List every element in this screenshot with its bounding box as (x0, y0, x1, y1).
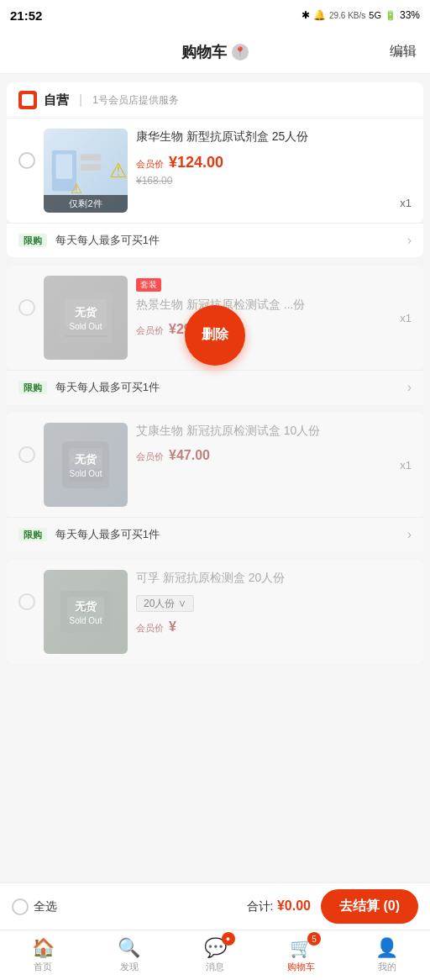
original-price-1: ¥168.00 (136, 175, 412, 187)
item-tag-2: 套装 (136, 278, 161, 292)
section-header: 自营 | 1号会员店提供服务 (7, 82, 423, 119)
cart-item-1: ⚠ 仅剩2件 康华生物 新型抗原试剂盒 25人份 会员价 ¥124.00 ¥16… (7, 119, 423, 223)
item-checkbox-1[interactable] (18, 152, 35, 169)
total-area: 合计: ¥0.00 (57, 898, 311, 914)
message-badge-wrap: 💬 ● (204, 937, 227, 959)
cart-item-4: 可孚 无货 Sold Out 可孚 新冠抗原检测盒 20人份 20人份 ∨ (7, 560, 423, 664)
select-all-checkbox[interactable] (12, 898, 29, 915)
nav-item-cart[interactable]: 🛒 5 购物车 (258, 930, 343, 980)
cart-badge-wrap: 🛒 5 (290, 937, 312, 959)
item-details-2: 套装 热景生物 新冠抗原检测试盒 ...份 会员价 ¥29.88 (136, 276, 412, 337)
limit-arrow-2[interactable]: › (407, 380, 412, 395)
item-name-2: 热景生物 新冠抗原检测试盒 ...份 (136, 297, 412, 313)
purchase-limit-3[interactable]: 限购 每天每人最多可买1件 › (7, 517, 423, 551)
discover-icon: 🔍 (118, 937, 140, 959)
limit-text-3: 限购 每天每人最多可买1件 (18, 527, 160, 542)
limit-tag-2: 限购 (18, 381, 47, 394)
item-name-1: 康华生物 新型抗原试剂盒 25人份 (136, 129, 412, 145)
edit-button[interactable]: 编辑 (390, 43, 417, 61)
message-badge: ● (222, 932, 235, 946)
item-checkbox-2[interactable] (18, 299, 35, 316)
sold-out-overlay-2: 无货 Sold Out (44, 276, 128, 360)
checkout-bar: 全选 合计: ¥0.00 去结算 (0) (0, 883, 430, 930)
item-price-row-1: 会员价 ¥124.00 (136, 154, 412, 171)
limit-desc-1: 每天每人最多可买1件 (55, 234, 160, 246)
nav-label-messages: 消息 (206, 961, 224, 973)
item-qty-3: x1 (400, 459, 412, 472)
cart-section-item3: AIKANG 无货 Sold Out 艾康生物 新冠抗原检测试盒 10人份 会员… (7, 413, 423, 517)
sold-out-en-3: Sold Out (70, 469, 102, 478)
status-time: 21:52 (10, 8, 42, 23)
item-2-wrapper: 无货 Sold Out 套装 热景生物 新冠抗原检测试盒 ...份 会员价 ¥2… (0, 266, 430, 404)
brand-icon (18, 91, 37, 109)
item-variant-4[interactable]: 20人份 ∨ (136, 595, 194, 612)
item-details-4: 可孚 新冠抗原检测盒 20人份 20人份 ∨ 会员价 ¥ (136, 570, 412, 635)
limit-desc-2: 每天每人最多可买1件 (55, 381, 160, 393)
profile-icon: 👤 (375, 937, 398, 959)
nav-label-cart: 购物车 (287, 961, 315, 973)
member-label-1: 会员价 (136, 158, 164, 171)
svg-rect-2 (81, 155, 101, 161)
svg-text:⚠: ⚠ (71, 182, 82, 196)
limit-arrow-1[interactable]: › (407, 233, 412, 248)
purchase-limit-2[interactable]: 限购 每天每人最多可买1件 › (7, 370, 423, 404)
item-image-wrap-1: ⚠ 仅剩2件 (44, 129, 128, 213)
limit-text-1: 限购 每天每人最多可买1件 (18, 233, 160, 248)
bluetooth-icon: ✱ (302, 9, 310, 21)
sold-out-zh-2: 无货 (75, 305, 97, 320)
location-icon[interactable]: 📍 (232, 44, 249, 61)
sold-out-zh-3: 无货 (75, 452, 97, 467)
member-label-3: 会员价 (136, 450, 164, 463)
nav-label-home: 首页 (34, 961, 52, 973)
product-svg-1: ⚠ (44, 137, 109, 204)
member-price-3: ¥47.00 (169, 448, 210, 463)
bottom-nav: 🏠 首页 🔍 发现 💬 ● 消息 🛒 5 购物车 👤 我的 (0, 930, 430, 980)
cart-item-3: AIKANG 无货 Sold Out 艾康生物 新冠抗原检测试盒 10人份 会员… (7, 413, 423, 517)
page-header: 购物车 📍 编辑 (0, 30, 430, 74)
delete-button[interactable]: 删除 (185, 305, 245, 366)
main-content: 自营 | 1号会员店提供服务 ⚠ (0, 74, 430, 773)
battery-level: 33% (400, 9, 420, 21)
status-right: ✱ 🔔 29.6 KB/s 5G 🔋 33% (302, 9, 420, 21)
item-price-row-2: 会员价 ¥29.88 (136, 322, 412, 337)
sold-out-overlay-3: 无货 Sold Out (44, 423, 128, 507)
header-title-area: 购物车 📍 (181, 42, 249, 62)
limit-desc-3: 每天每人最多可买1件 (55, 528, 160, 540)
section-brand-name: 自营 (44, 92, 69, 108)
cart-section-inner: 自营 | 1号会员店提供服务 ⚠ (7, 82, 423, 223)
brand-icon-inner (22, 94, 34, 106)
item-price-row-4: 会员价 ¥ (136, 619, 412, 635)
total-label: 合计: (247, 899, 274, 913)
nav-item-messages[interactable]: 💬 ● 消息 (172, 930, 258, 980)
select-all-area: 全选 (12, 898, 57, 915)
item-qty-2: x1 (400, 312, 412, 324)
nav-item-home[interactable]: 🏠 首页 (0, 930, 86, 980)
select-all-label: 全选 (34, 899, 57, 914)
battery-icon: 🔋 (385, 10, 396, 21)
nav-label-profile: 我的 (378, 961, 396, 973)
item-image-wrap-4: 可孚 无货 Sold Out (44, 570, 128, 654)
svg-rect-3 (81, 164, 101, 171)
limit-arrow-3[interactable]: › (407, 527, 412, 542)
page-title: 购物车 (181, 42, 227, 62)
purchase-limit-1[interactable]: 限购 每天每人最多可买1件 › (7, 223, 423, 257)
nav-item-discover[interactable]: 🔍 发现 (86, 930, 171, 980)
item-badge-1: 仅剩2件 (44, 195, 128, 213)
sold-out-overlay-4: 无货 Sold Out (44, 570, 128, 654)
limit-tag-3: 限购 (18, 528, 47, 541)
sold-out-zh-4: 无货 (75, 599, 97, 614)
item-checkbox-4[interactable] (18, 593, 35, 610)
item-checkbox-3[interactable] (18, 446, 35, 463)
member-price-4: ¥ (169, 619, 176, 635)
notification-icon: 🔔 (313, 9, 326, 21)
svg-rect-1 (56, 155, 73, 179)
nav-item-profile[interactable]: 👤 我的 (344, 930, 430, 980)
cart-badge: 5 (307, 932, 321, 946)
checkout-button[interactable]: 去结算 (0) (321, 889, 418, 924)
item-name-3: 艾康生物 新冠抗原检测试盒 10人份 (136, 423, 412, 440)
member-label-4: 会员价 (136, 622, 164, 635)
item-details-3: 艾康生物 新冠抗原检测试盒 10人份 会员价 ¥47.00 (136, 423, 412, 463)
nav-label-discover: 发现 (120, 961, 139, 973)
item-image-wrap-3: AIKANG 无货 Sold Out (44, 423, 128, 507)
item-name-4: 可孚 新冠抗原检测盒 20人份 (136, 570, 412, 587)
